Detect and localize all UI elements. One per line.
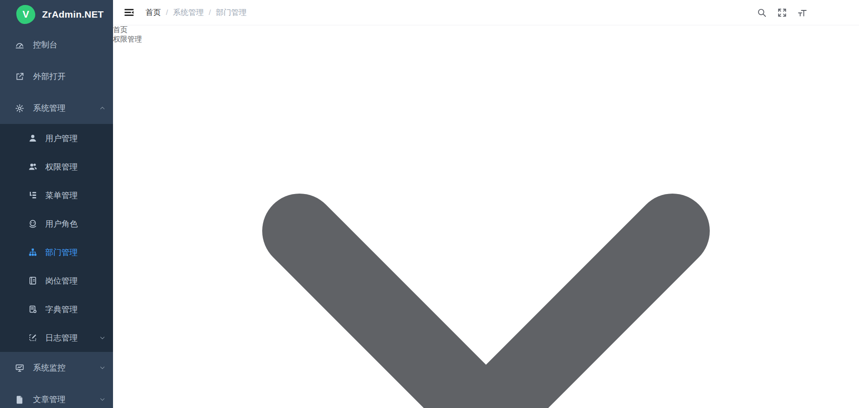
sidebar-item-label: 控制台 <box>33 39 57 50</box>
header-actions <box>757 3 848 23</box>
sidebar-item-外部打开[interactable]: 外部打开 <box>0 61 113 92</box>
org-tree-icon <box>28 247 38 257</box>
sidebar-item-label: 菜单管理 <box>45 190 78 201</box>
monitor-icon <box>15 363 24 373</box>
article-icon <box>15 395 24 404</box>
breadcrumb-item[interactable]: 部门管理 <box>216 7 246 18</box>
dashboard-icon <box>15 40 24 50</box>
sidebar-item-label: 用户角色 <box>45 218 78 229</box>
app-logo-icon: V <box>16 5 35 24</box>
top-header: 首页/系统管理/部门管理 <box>113 0 859 25</box>
breadcrumb-separator: / <box>209 8 211 17</box>
font-size-icon[interactable] <box>797 8 807 18</box>
sidebar: V ZrAdmin.NET 控制台外部打开系统管理用户管理权限管理菜单管理用户角… <box>0 0 113 408</box>
external-link-icon <box>15 72 24 81</box>
user-icon <box>28 133 38 143</box>
sidebar-item-label: 权限管理 <box>45 161 78 172</box>
tags-view-bar: 首页权限管理菜单管理用户角色部门管理 <box>113 25 859 408</box>
sidebar-item-label: 部门管理 <box>45 247 78 258</box>
search-icon[interactable] <box>757 8 767 18</box>
app-logo[interactable]: V ZrAdmin.NET <box>0 0 113 29</box>
sidebar-item-用户角色[interactable]: 用户角色 <box>0 209 113 238</box>
sidebar-item-label: 字典管理 <box>45 304 78 315</box>
sidebar-item-岗位管理[interactable]: 岗位管理 <box>0 266 113 295</box>
users-icon <box>28 162 38 171</box>
fullscreen-icon[interactable] <box>777 8 787 18</box>
sidebar-item-权限管理[interactable]: 权限管理 <box>0 152 113 181</box>
sidebar-item-label: 外部打开 <box>33 71 66 82</box>
dictionary-icon <box>28 304 38 314</box>
tab-首页[interactable]: 首页 <box>113 25 859 35</box>
user-avatar[interactable] <box>818 3 838 23</box>
sidebar-item-label: 用户管理 <box>45 133 78 144</box>
robot-icon <box>28 219 38 228</box>
sidebar-item-系统监控[interactable]: 系统监控 <box>0 352 113 384</box>
sidebar-item-部门管理[interactable]: 部门管理 <box>0 238 113 266</box>
sidebar-item-日志管理[interactable]: 日志管理 <box>0 323 113 352</box>
sidebar-item-label: 岗位管理 <box>45 275 78 286</box>
sidebar-item-用户管理[interactable]: 用户管理 <box>0 124 113 152</box>
sidebar-item-label: 系统管理 <box>33 103 66 114</box>
gear-icon <box>15 104 24 113</box>
log-icon <box>28 333 38 342</box>
badge-icon <box>28 276 38 285</box>
sidebar-item-菜单管理[interactable]: 菜单管理 <box>0 181 113 209</box>
chevron-down-icon <box>99 396 106 403</box>
breadcrumb: 首页/系统管理/部门管理 <box>146 7 246 18</box>
sidebar-menu: 控制台外部打开系统管理用户管理权限管理菜单管理用户角色部门管理岗位管理字典管理日… <box>0 29 113 408</box>
chevron-up-icon <box>99 105 106 112</box>
close-icon[interactable] <box>113 44 859 408</box>
sidebar-item-label: 日志管理 <box>45 332 78 343</box>
breadcrumb-item[interactable]: 首页 <box>146 7 161 18</box>
breadcrumb-item[interactable]: 系统管理 <box>173 7 204 18</box>
chevron-down-icon <box>99 334 106 341</box>
main-area: 首页/系统管理/部门管理 首页权限管理菜单管理用户角色部门管理 部门名称 状态 … <box>113 0 859 408</box>
collapse-sidebar-icon[interactable] <box>123 7 135 18</box>
tab-label: 权限管理 <box>113 35 142 43</box>
chevron-down-icon <box>99 365 106 371</box>
sidebar-item-系统管理[interactable]: 系统管理 <box>0 92 113 124</box>
sidebar-item-label: 文章管理 <box>33 394 66 405</box>
sidebar-item-文章管理[interactable]: 文章管理 <box>0 384 113 408</box>
sidebar-item-label: 系统监控 <box>33 362 66 373</box>
tab-label: 首页 <box>113 26 127 33</box>
app-title: ZrAdmin.NET <box>42 9 104 20</box>
breadcrumb-separator: / <box>166 8 168 17</box>
tab-权限管理[interactable]: 权限管理 <box>113 35 859 408</box>
sidebar-item-字典管理[interactable]: 字典管理 <box>0 295 113 323</box>
menu-list-icon <box>28 190 38 200</box>
sidebar-item-控制台[interactable]: 控制台 <box>0 29 113 61</box>
